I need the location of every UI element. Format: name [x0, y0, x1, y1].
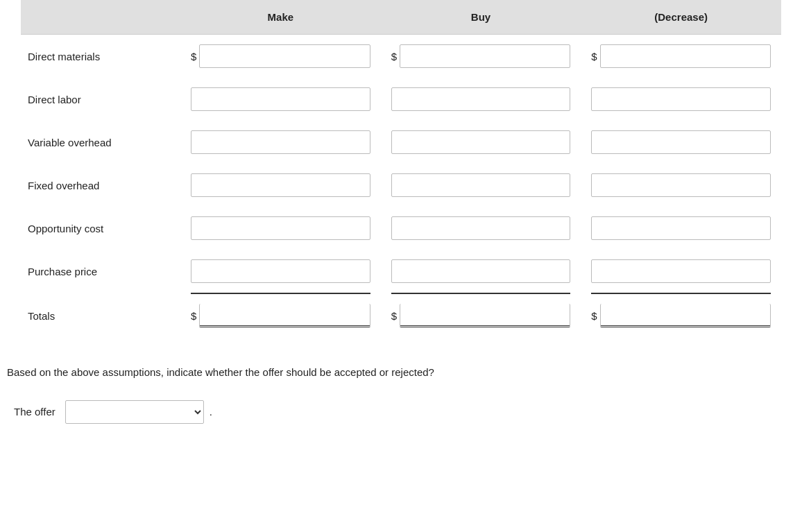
input-buy-direct-labor[interactable] [391, 87, 571, 111]
dollar-make-totals: $ [191, 310, 196, 322]
input-make-fixed-overhead[interactable] [191, 173, 370, 197]
label-opportunity-cost: Opportunity cost [21, 223, 180, 234]
input-cell-buy-0: $ [381, 44, 581, 68]
input-decrease-opportunity-cost[interactable] [591, 216, 771, 240]
label-purchase-price: Purchase price [21, 266, 180, 277]
divider-buy [391, 293, 571, 294]
header-make: Make [180, 7, 381, 27]
label-variable-overhead: Variable overhead [21, 137, 180, 148]
input-cell-decrease-5 [581, 259, 781, 283]
input-buy-purchase-price[interactable] [391, 259, 571, 283]
row-direct-labor: Direct labor [21, 78, 781, 121]
label-totals: Totals [21, 310, 180, 322]
input-buy-totals[interactable] [400, 304, 570, 327]
input-decrease-variable-overhead[interactable] [591, 130, 771, 154]
bottom-section: Based on the above assumptions, indicate… [0, 337, 802, 445]
label-direct-labor: Direct labor [21, 94, 180, 105]
input-cell-decrease-2 [581, 130, 781, 154]
label-direct-materials: Direct materials [21, 51, 180, 62]
input-cell-decrease-3 [581, 173, 781, 197]
input-make-purchase-price[interactable] [191, 259, 370, 283]
input-cell-make-totals: $ [180, 304, 381, 327]
input-buy-opportunity-cost[interactable] [391, 216, 571, 240]
input-cell-buy-4 [381, 216, 581, 240]
label-fixed-overhead: Fixed overhead [21, 180, 180, 191]
input-make-direct-labor[interactable] [191, 87, 370, 111]
header-empty [21, 7, 180, 27]
offer-select[interactable]: should be accepted should be rejected [65, 400, 204, 424]
input-decrease-purchase-price[interactable] [591, 259, 771, 283]
header-decrease: (Decrease) [581, 7, 781, 27]
input-cell-buy-2 [381, 130, 581, 154]
input-cell-make-3 [180, 173, 381, 197]
input-buy-variable-overhead[interactable] [391, 130, 571, 154]
input-make-opportunity-cost[interactable] [191, 216, 370, 240]
header-row: Make Buy (Decrease) [21, 0, 781, 35]
row-totals: Totals $ $ $ [21, 294, 781, 337]
offer-label: The offer [14, 406, 56, 418]
input-buy-fixed-overhead[interactable] [391, 173, 571, 197]
input-cell-decrease-4 [581, 216, 781, 240]
input-cell-make-1 [180, 87, 381, 111]
input-make-totals[interactable] [199, 304, 370, 327]
input-cell-buy-3 [381, 173, 581, 197]
input-cell-make-4 [180, 216, 381, 240]
input-cell-make-5 [180, 259, 381, 283]
input-cell-decrease-totals: $ [581, 304, 781, 327]
dollar-buy-totals: $ [391, 310, 397, 322]
row-purchase-price: Purchase price [21, 250, 781, 293]
input-buy-direct-materials[interactable] [400, 44, 570, 68]
row-direct-materials: Direct materials $ $ $ [21, 35, 781, 78]
input-decrease-direct-labor[interactable] [591, 87, 771, 111]
input-decrease-direct-materials[interactable] [600, 44, 771, 68]
input-cell-decrease-1 [581, 87, 781, 111]
row-opportunity-cost: Opportunity cost [21, 207, 781, 250]
dollar-decrease-0: $ [591, 51, 597, 62]
totals-divider [21, 293, 781, 294]
input-cell-buy-totals: $ [381, 304, 581, 327]
input-cell-decrease-0: $ [581, 44, 781, 68]
input-make-direct-materials[interactable] [199, 44, 370, 68]
table-container: Make Buy (Decrease) Direct materials $ $… [0, 0, 802, 337]
row-fixed-overhead: Fixed overhead [21, 164, 781, 207]
input-make-variable-overhead[interactable] [191, 130, 370, 154]
divider-label-cell [31, 293, 170, 294]
dollar-buy-0: $ [391, 51, 397, 62]
offer-row: The offer should be accepted should be r… [7, 400, 795, 424]
input-cell-make-2 [180, 130, 381, 154]
input-cell-buy-1 [381, 87, 581, 111]
dollar-make-0: $ [191, 51, 196, 62]
dollar-decrease-totals: $ [591, 310, 597, 322]
page-wrapper: Make Buy (Decrease) Direct materials $ $… [0, 0, 802, 532]
period-dot: . [210, 406, 212, 418]
header-buy: Buy [381, 7, 581, 27]
input-cell-buy-5 [381, 259, 581, 283]
input-cell-make-0: $ [180, 44, 381, 68]
input-decrease-totals[interactable] [600, 304, 771, 327]
row-variable-overhead: Variable overhead [21, 121, 781, 164]
divider-make [191, 293, 370, 294]
divider-decrease [591, 293, 771, 294]
input-decrease-fixed-overhead[interactable] [591, 173, 771, 197]
bottom-question: Based on the above assumptions, indicate… [7, 365, 795, 381]
